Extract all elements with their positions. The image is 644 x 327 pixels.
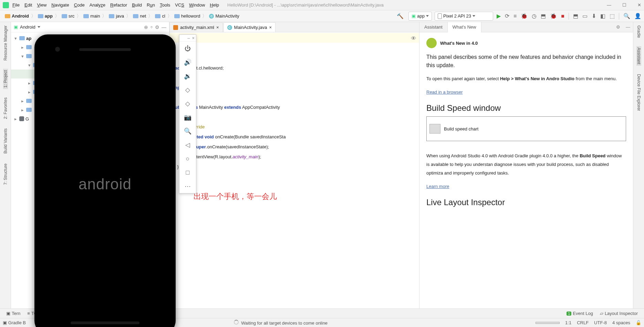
rail-device-file-explorer[interactable]: Device File Explorer	[636, 73, 641, 112]
left-rail: Resource Manager 1: Project 2: Favorites…	[0, 22, 11, 308]
line-separator[interactable]: CRLF	[577, 320, 589, 325]
gradle-sync-status[interactable]: ▣ Gradle B	[3, 320, 26, 325]
debug-icon[interactable]: 🐞	[521, 13, 528, 19]
toolbar-icons: ▶ ⟳ ≡ 🐞 ◷ ⬒ 🐞 ■ ⬒ ▭ ⬇ ◧ ⬚ 🔍 👤	[497, 13, 641, 20]
readonly-icon[interactable]: 🔓	[636, 320, 641, 325]
menu-view[interactable]: View	[37, 2, 46, 8]
code-editor[interactable]: 👁 package net.cl.helloword; import ... p…	[169, 32, 419, 308]
learn-more-link[interactable]: Learn more	[426, 184, 449, 189]
rail-build-variants[interactable]: Build Variants	[3, 127, 8, 155]
terminal-button[interactable]: ▣ Tern	[3, 311, 24, 316]
collapse-icon[interactable]: ÷	[150, 24, 153, 30]
attach-debugger-icon[interactable]: 🐞	[550, 13, 557, 19]
layout-inspector-button[interactable]: ▱ Layout Inspector	[596, 311, 641, 316]
emu-minimize-icon[interactable]: –	[187, 35, 190, 41]
volume-down-icon[interactable]: 🔉	[179, 69, 196, 83]
target-icon[interactable]: ⊕	[144, 24, 148, 30]
zoom-icon[interactable]: 🔍	[179, 124, 196, 138]
cursor-position[interactable]: 1:1	[565, 320, 571, 325]
user-icon[interactable]: 👤	[634, 13, 641, 19]
project-view-label[interactable]: Android	[20, 24, 35, 30]
tab-java[interactable]: CMainActivity.java×	[224, 22, 276, 32]
inspections-icon[interactable]: 👁	[411, 34, 416, 43]
menu-analyze[interactable]: Analyze	[90, 2, 105, 8]
menu-window[interactable]: Window	[189, 2, 205, 8]
emulator-phone[interactable]: android	[34, 34, 176, 327]
studio-logo-icon	[426, 38, 437, 48]
run-config-combo[interactable]: ▣ app	[408, 12, 432, 21]
menu-code[interactable]: Code	[74, 2, 85, 8]
memory-indicator[interactable]	[536, 322, 560, 324]
tab-xml[interactable]: activity_main.xml×	[169, 22, 223, 32]
hammer-icon[interactable]: 🔨	[397, 13, 404, 19]
run-icon[interactable]: ▶	[497, 13, 501, 19]
rm-icon[interactable]: ◧	[600, 13, 605, 19]
back-icon[interactable]: ◁	[179, 138, 196, 152]
menu-navigate[interactable]: Navigate	[51, 2, 69, 8]
cube-icon[interactable]: ⬚	[610, 13, 615, 19]
crumb-net[interactable]: net	[140, 13, 146, 19]
rotate-left-icon[interactable]: ◇	[179, 83, 196, 97]
menu-help[interactable]: Help	[210, 2, 219, 8]
read-browser-link[interactable]: Read in a browser	[426, 89, 463, 95]
crumb-helloword[interactable]: helloword	[181, 13, 200, 19]
device-combo[interactable]: Pixel 2 API 23	[435, 12, 493, 21]
crumb-java[interactable]: java	[116, 13, 124, 19]
hide-icon[interactable]: —	[623, 24, 633, 30]
screenshot-icon[interactable]: 📷	[179, 110, 196, 124]
crumb-src[interactable]: src	[69, 13, 74, 19]
crumb-main[interactable]: main	[90, 13, 100, 19]
minimize-button[interactable]: —	[607, 2, 611, 8]
chevron-down-icon[interactable]	[38, 26, 40, 28]
crumb-cl[interactable]: cl	[162, 13, 165, 19]
power-icon[interactable]: ⏻	[179, 42, 196, 55]
coverage-icon[interactable]: ⬒	[541, 13, 546, 19]
menu-edit[interactable]: Edit	[24, 2, 32, 8]
crumb-app[interactable]: app	[45, 13, 53, 19]
rail-favorites[interactable]: 2: Favorites	[3, 96, 8, 120]
encoding[interactable]: UTF-8	[594, 320, 607, 325]
rail-project[interactable]: 1: Project	[3, 69, 8, 89]
avd-manager-icon[interactable]: ▭	[582, 13, 588, 19]
close-button[interactable]: ✕	[637, 2, 641, 8]
event-log-button[interactable]: 1 Event Log	[563, 311, 596, 316]
apply-changes-icon[interactable]: ⟳	[505, 13, 509, 19]
menu-vcs[interactable]: VCS	[175, 2, 184, 8]
tab-whats-new[interactable]: What's New	[447, 22, 481, 32]
crumb-mainactivity[interactable]: MainActivity	[215, 13, 239, 19]
crumb-android[interactable]: Android	[12, 13, 29, 19]
volume-up-icon[interactable]: 🔊	[179, 55, 196, 69]
rail-gradle[interactable]: Gradle	[636, 24, 641, 39]
menu-run[interactable]: Run	[147, 2, 155, 8]
overview-icon[interactable]: □	[179, 166, 196, 179]
home-icon[interactable]: ○	[179, 152, 196, 166]
tab-assistant[interactable]: Assistant	[419, 22, 447, 32]
close-icon[interactable]: ×	[216, 25, 219, 30]
tree-app[interactable]: ap	[26, 36, 31, 41]
gear-icon[interactable]: ⚙	[613, 24, 623, 30]
hide-icon[interactable]: —	[162, 24, 166, 30]
sync-icon[interactable]: ⬒	[573, 13, 578, 19]
rail-assistant[interactable]: Assistant	[636, 46, 641, 66]
rail-resource-manager[interactable]: Resource Manager	[3, 24, 8, 62]
indent[interactable]: 4 spaces	[612, 320, 630, 325]
search-icon[interactable]: 🔍	[623, 13, 630, 19]
close-icon[interactable]: ×	[269, 25, 272, 30]
menu-build[interactable]: Build	[132, 2, 142, 8]
stop-icon[interactable]: ■	[561, 13, 564, 19]
emulator-window[interactable]: android –× ⏻ 🔊 🔉 ◇ ◇ 📷 🔍 ◁ ○ □ ⋯	[34, 34, 176, 327]
apply-code-icon[interactable]: ≡	[513, 13, 517, 19]
menu-refactor[interactable]: Refactor	[110, 2, 127, 8]
window-buttons: — ☐ ✕	[607, 2, 641, 8]
menu-tools[interactable]: Tools	[160, 2, 170, 8]
tree-gradle[interactable]: G	[25, 116, 29, 122]
rotate-right-icon[interactable]: ◇	[179, 97, 196, 110]
sdk-manager-icon[interactable]: ⬇	[592, 13, 596, 19]
emu-close-icon[interactable]: ×	[192, 35, 195, 41]
profiler-icon[interactable]: ◷	[532, 13, 537, 19]
menu-file[interactable]: File	[12, 2, 20, 8]
rail-structure[interactable]: 7: Structure	[3, 162, 8, 186]
maximize-button[interactable]: ☐	[622, 2, 626, 8]
more-icon[interactable]: ⋯	[179, 179, 196, 193]
gear-icon[interactable]: ⚙	[155, 24, 159, 30]
